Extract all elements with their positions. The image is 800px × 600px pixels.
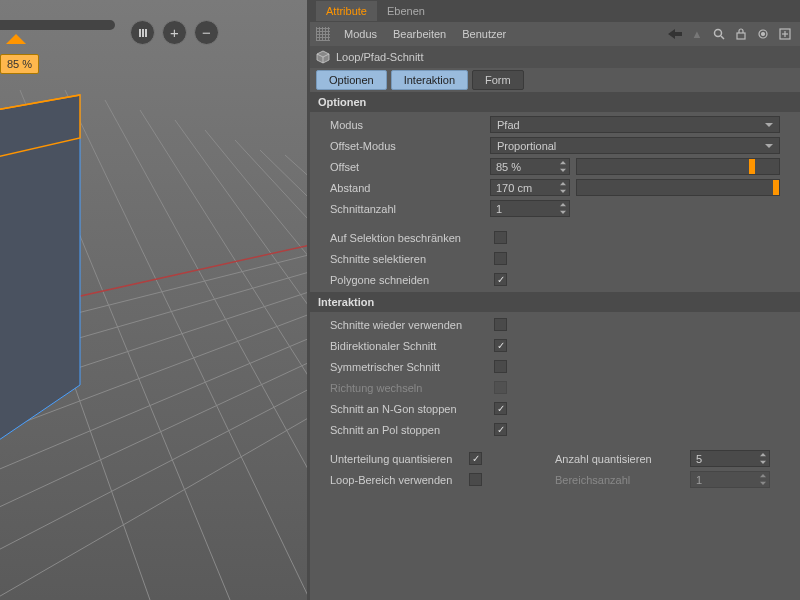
label-schnitte-wieder: Schnitte wieder verwenden [330,319,490,331]
field-anzahl-quant[interactable]: 5 [690,450,770,467]
menu-bearbeiten[interactable]: Bearbeiten [387,28,452,40]
label-ngon-stop: Schnitt an N-Gon stoppen [330,403,490,415]
label-anzahl-quant: Anzahl quantisieren [555,453,690,465]
search-icon[interactable] [710,25,728,43]
up-arrow-icon[interactable]: ▲ [688,25,706,43]
section-header-optionen: Optionen [310,92,800,112]
viewport-menu-button[interactable] [130,20,155,45]
subtab-interaktion[interactable]: Interaktion [391,70,468,90]
label-schnitte-selektieren: Schnitte selektieren [330,253,490,265]
subtab-form[interactable]: Form [472,70,524,90]
panel-toolbar: Modus Bearbeiten Benutzer ▲ [310,22,800,46]
label-abstand: Abstand [330,182,490,194]
back-arrow-icon[interactable] [666,25,684,43]
field-schnittanzahl[interactable]: 1 [490,200,570,217]
svg-rect-25 [145,29,147,37]
viewport-3d[interactable]: 85 % + − [0,0,307,600]
menu-modus[interactable]: Modus [338,28,383,40]
field-abstand[interactable]: 170 cm [490,179,570,196]
section-header-interaktion: Interaktion [310,292,800,312]
label-offset: Offset [330,161,490,173]
checkbox-schnitte-wieder[interactable] [494,318,507,331]
subtab-optionen[interactable]: Optionen [316,70,387,90]
attribute-panel: Attribute Ebenen Modus Bearbeiten Benutz… [307,0,800,600]
checkbox-schnitte-selektieren[interactable] [494,252,507,265]
label-schnittanzahl: Schnittanzahl [330,203,490,215]
panel-tabs: Attribute Ebenen [310,0,800,22]
label-bidirektional: Bidirektionaler Schnitt [330,340,490,352]
svg-point-31 [762,33,765,36]
label-unterteilung: Unterteilung quantisieren [330,453,465,465]
checkbox-auf-selektion[interactable] [494,231,507,244]
label-pol-stop: Schnitt an Pol stoppen [330,424,490,436]
label-bereichanzahl: Bereichsanzahl [555,474,690,486]
menu-benutzer[interactable]: Benutzer [456,28,512,40]
label-loop-bereich: Loop-Bereich verwenden [330,474,465,486]
svg-line-28 [721,36,724,39]
field-offset[interactable]: 85 % [490,158,570,175]
tool-title: Loop/Pfad-Schnitt [336,51,423,63]
checkbox-loop-bereich[interactable] [469,473,482,486]
new-window-icon[interactable] [776,25,794,43]
slider-offset[interactable] [576,158,780,175]
label-polygone-schneiden: Polygone schneiden [330,274,490,286]
viewport-plus-button[interactable]: + [162,20,187,45]
svg-marker-26 [668,29,682,39]
tool-title-row: Loop/Pfad-Schnitt [310,46,800,68]
viewport-slider[interactable] [0,20,115,30]
checkbox-bidirektional[interactable]: ✓ [494,339,507,352]
field-bereichanzahl: 1 [690,471,770,488]
menu-lines-icon [138,28,148,38]
checkbox-unterteilung[interactable]: ✓ [469,452,482,465]
svg-rect-24 [142,29,144,37]
viewport-minus-button[interactable]: − [194,20,219,45]
viewport-grid [0,0,307,600]
checkbox-pol-stop[interactable]: ✓ [494,423,507,436]
svg-point-27 [715,30,722,37]
checkbox-polygone-schneiden[interactable]: ✓ [494,273,507,286]
checkbox-symmetrisch[interactable] [494,360,507,373]
dropdown-offset-modus[interactable]: Proportional [490,137,780,154]
slider-marker-icon [6,34,26,44]
label-richtung: Richtung wechseln [330,382,490,394]
lock-icon[interactable] [732,25,750,43]
label-modus: Modus [330,119,490,131]
subtabs: Optionen Interaktion Form [310,68,800,92]
cube-icon [316,50,330,64]
slider-abstand[interactable] [576,179,780,196]
dropdown-modus[interactable]: Pfad [490,116,780,133]
tab-attribute[interactable]: Attribute [316,1,377,21]
target-icon[interactable] [754,25,772,43]
label-symmetrisch: Symmetrischer Schnitt [330,361,490,373]
tab-ebenen[interactable]: Ebenen [377,1,435,21]
svg-rect-29 [737,33,745,39]
layout-grid-icon[interactable] [316,27,330,41]
checkbox-ngon-stop[interactable]: ✓ [494,402,507,415]
label-offset-modus: Offset-Modus [330,140,490,152]
label-auf-selektion: Auf Selektion beschränken [330,232,490,244]
viewport-percent-badge: 85 % [0,54,39,74]
svg-rect-23 [139,29,141,37]
checkbox-richtung [494,381,507,394]
